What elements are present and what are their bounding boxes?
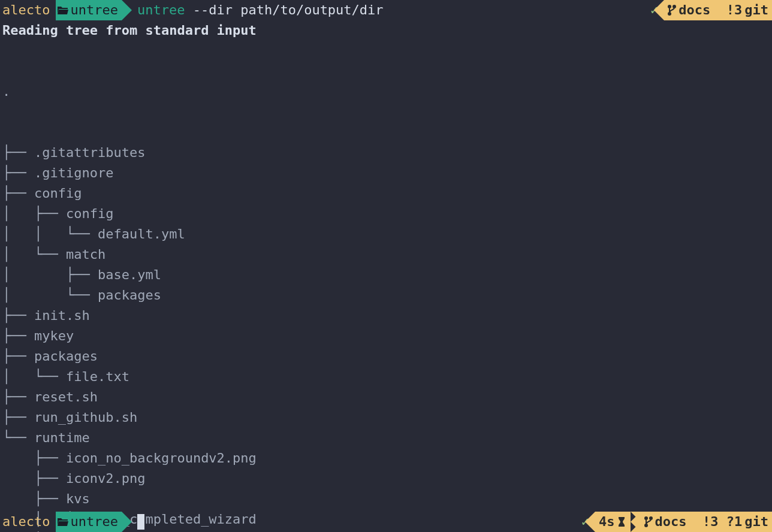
- command-name: untree: [137, 2, 185, 17]
- prompt-folder-name: untree: [70, 512, 117, 532]
- terminal-cursor[interactable]: [137, 514, 144, 530]
- tree-line: ├── config: [2, 183, 772, 204]
- git-label: git: [742, 0, 768, 20]
- tree-line: ├── run_github.sh: [2, 407, 772, 428]
- prompt-user: alecto: [0, 512, 56, 532]
- git-status-bottom: docs !3 ?1 git: [641, 512, 772, 532]
- command-line[interactable]: untree --dir path/to/output/dir: [137, 0, 384, 20]
- modified-count: !3: [687, 512, 719, 532]
- tree-line: │ ├── config: [2, 204, 772, 224]
- tree-line: ├── packages: [2, 346, 772, 367]
- tree-line: │ └── match: [2, 244, 772, 265]
- tree-line: │ └── packages: [2, 285, 772, 306]
- branch-name: docs: [655, 512, 687, 532]
- tree-line: ├── reset.sh: [2, 387, 772, 407]
- folder-open-icon: [57, 5, 69, 16]
- git-branch-icon: [644, 516, 653, 528]
- tree-line: ├── iconv2.png: [2, 468, 772, 489]
- tree-line: └── runtime: [2, 428, 772, 448]
- prompt-folder-name: untree: [70, 0, 117, 20]
- tree-line: │ └── file.txt: [2, 367, 772, 387]
- status-bar-top: ✓ docs !3 git: [644, 0, 772, 20]
- prompt-user: alecto: [0, 0, 56, 20]
- prompt-folder-segment: untree: [56, 512, 121, 532]
- tree-line: ├── .gitattributes: [2, 143, 772, 163]
- command-args: --dir path/to/output/dir: [193, 2, 384, 17]
- tree-line: │ ├── base.yml: [2, 265, 772, 285]
- git-label: git: [742, 512, 768, 532]
- hourglass-icon: [617, 516, 626, 528]
- tree-line: ├── icon_no_backgroundv2.png: [2, 448, 772, 468]
- tree-line: ├── mykey: [2, 326, 772, 346]
- prompt-line-bottom: alecto untree: [0, 512, 144, 532]
- tree-root: .: [2, 81, 772, 102]
- tree-output: . ├── .gitattributes├── .gitignore├── co…: [0, 41, 772, 532]
- tree-line: ├── init.sh: [2, 306, 772, 326]
- git-status-top: docs !3 git: [664, 0, 772, 20]
- status-bar-bottom: ✓ 4s docs !3 ?1 git: [575, 512, 772, 532]
- modified-count: !3: [710, 0, 742, 20]
- untracked-count: ?1: [719, 512, 743, 532]
- branch-name: docs: [678, 0, 710, 20]
- elapsed-time: 4s: [599, 512, 615, 532]
- elapsed-time-badge: 4s: [595, 512, 631, 532]
- prompt-folder-segment: untree: [56, 0, 121, 20]
- tree-line: ├── kvs: [2, 489, 772, 509]
- tree-line: ├── .gitignore: [2, 163, 772, 183]
- reading-message: Reading tree from standard input: [0, 20, 772, 41]
- git-branch-icon: [668, 4, 676, 16]
- folder-open-icon: [57, 516, 69, 527]
- tree-line: │ │ └── default.yml: [2, 224, 772, 244]
